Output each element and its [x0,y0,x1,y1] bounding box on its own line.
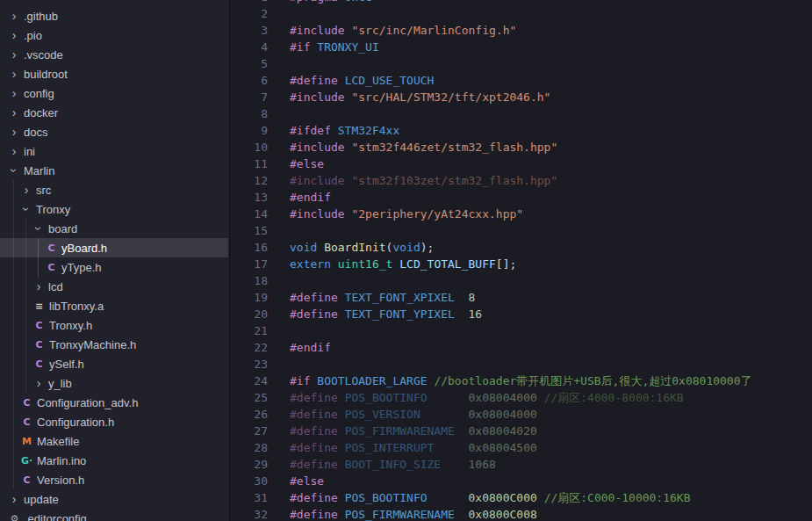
line-number: 12 [231,172,268,189]
code-line-16[interactable]: 16void BoardInit(void); [231,239,812,256]
tree-file-TronxyMachine.h[interactable]: CTronxyMachine.h [0,335,228,354]
tree-folder-board[interactable]: ›board [0,219,228,238]
line-number: 30 [231,473,268,489]
line-number: 22 [231,339,268,356]
code-text: extern uint16_t LCD_TOTAL_BUFF[]; [290,256,516,272]
tree-folder-.vscode[interactable]: ›.vscode [0,45,228,64]
indent-guide [38,238,39,277]
tree-folder-lcd[interactable]: ›lcd [0,277,228,296]
tree-folder-buildroot[interactable]: ›buildroot [0,64,228,83]
tree-item-label: config [24,87,54,100]
chevron-right-icon: › [7,68,21,80]
tree-file-libTronxy.a[interactable]: ≡libTronxy.a [0,296,228,315]
c-header-file-icon: C [44,242,59,254]
code-line-10[interactable]: 10#include "stm32f446zet/stm32_flash.hpp… [231,139,812,156]
code-text: #if BOOTLOADER_LARGE //bootloader带开机图片+U… [290,373,752,389]
line-number: 11 [231,156,268,172]
code-line-29[interactable]: 29#define BOOT_INFO_SIZE 1068 [231,456,812,473]
code-line-12[interactable]: 12#include "stm32f103zet/stm32_flash.hpp… [231,172,812,189]
chevron-right-icon: › [7,87,21,99]
chevron-down-icon: › [20,202,32,216]
tree-file-ySelf.h[interactable]: CySelf.h [0,354,228,373]
code-line-6[interactable]: 6#define LCD_USE_TOUCH [231,72,812,89]
code-line-32[interactable]: 32#define POS_FIRMWARENAME 0x0800C008 [231,506,812,521]
code-line-5[interactable]: 5 [231,55,812,72]
tree-item-label: Makefile [37,435,79,448]
code-text: #define POS_INTERRUPT 0x08004500 [290,439,537,456]
code-line-30[interactable]: 30#else [231,473,812,489]
code-area: 1#pragma once23#include "src/inc/MarlinC… [231,0,812,521]
line-number: 20 [231,306,268,322]
code-text: #include "src/inc/MarlinConfig.h" [290,22,516,39]
tree-item-label: .pio [24,29,42,42]
tree-file-Configuration_adv.h[interactable]: CConfiguration_adv.h [0,393,228,412]
code-line-15[interactable]: 15 [231,222,812,239]
tree-file-.editorconfig[interactable]: ⚙.editorconfig [0,509,228,521]
line-number: 13 [231,189,268,206]
explorer-sidebar: ›.github›.pio›.vscode›buildroot›config›d… [0,0,230,521]
tree-file-yBoard.h[interactable]: CyBoard.h [0,238,228,257]
tree-folder-Marlin[interactable]: ›Marlin [0,161,228,180]
tree-folder-Tronxy[interactable]: ›Tronxy [0,199,228,219]
code-line-27[interactable]: 27#define POS_FIRMWARENAME 0x08004020 [231,423,812,439]
code-line-7[interactable]: 7#include "src/HAL/STM32/tft/xpt2046.h" [231,89,812,105]
tree-file-Marlin.ino[interactable]: G·Marlin.ino [0,451,228,470]
tree-folder-ini[interactable]: ›ini [0,141,228,161]
code-line-4[interactable]: 4#if TRONXY_UI [231,39,812,55]
code-line-21[interactable]: 21 [231,322,812,339]
chevron-right-icon: › [7,145,21,157]
code-line-28[interactable]: 28#define POS_INTERRUPT 0x08004500 [231,439,812,456]
code-line-25[interactable]: 25#define POS_BOOTINFO 0x08004000 //扇区:4… [231,389,812,406]
tree-file-Configuration.h[interactable]: CConfiguration.h [0,412,228,431]
code-line-3[interactable]: 3#include "src/inc/MarlinConfig.h" [231,22,812,39]
code-text: #pragma once [290,0,372,5]
code-line-13[interactable]: 13#endif [231,189,812,206]
tree-folder-.github[interactable]: ›.github [0,6,228,25]
editorconfig-icon: ⚙ [7,513,22,521]
code-line-31[interactable]: 31#define POS_BOOTINFO 0x0800C000 //扇区:C… [231,489,812,506]
tree-folder-y_lib[interactable]: ›y_lib [0,373,228,393]
tree-folder-src[interactable]: ›src [0,180,228,199]
tree-item-label: yBoard.h [61,242,107,255]
chevron-right-icon: › [32,377,46,389]
code-line-9[interactable]: 9#ifdef STM32F4xx [231,122,812,139]
code-line-22[interactable]: 22#endif [231,339,812,356]
tree-item-label: yType.h [61,261,102,274]
code-line-19[interactable]: 19#define TEXT_FONT_XPIXEL 8 [231,289,812,306]
tree-item-label: board [48,222,77,235]
makefile-icon: M [19,436,34,447]
code-text: #define POS_BOOTINFO 0x0800C000 //扇区:C00… [290,489,691,506]
tree-folder-update[interactable]: ›update [0,489,228,509]
code-line-24[interactable]: 24#if BOOTLOADER_LARGE //bootloader带开机图片… [231,373,812,389]
tree-file-Makefile[interactable]: MMakefile [0,431,228,451]
tree-file-yType.h[interactable]: CyType.h [0,257,228,277]
c-header-file-icon: C [44,262,59,273]
tree-item-label: Marlin.ino [37,454,86,467]
indent-guide [25,219,26,393]
tree-folder-docs[interactable]: ›docs [0,122,228,141]
code-text: #define POS_BOOTINFO 0x08004000 //扇区:400… [290,389,684,406]
code-line-14[interactable]: 14#include "2periphery/yAt24cxx.hpp" [231,206,812,222]
code-text: #define POS_FIRMWARENAME 0x0800C008 [290,506,537,521]
code-line-18[interactable]: 18 [231,272,812,289]
code-text: #include "stm32f103zet/stm32_flash.hpp" [290,172,557,189]
tree-folder-config[interactable]: ›config [0,83,228,103]
code-line-2[interactable]: 2 [231,5,812,22]
code-line-20[interactable]: 20#define TEXT_FONT_YPIXEL 16 [231,306,812,322]
tree-item-label: buildroot [24,68,68,81]
line-number: 27 [231,423,268,439]
line-number: 10 [231,139,268,156]
tree-folder-.pio[interactable]: ›.pio [0,25,228,45]
tree-folder-docker[interactable]: ›docker [0,103,228,122]
tree-file-Version.h[interactable]: CVersion.h [0,470,228,489]
indent-guide [13,180,14,489]
code-line-17[interactable]: 17extern uint16_t LCD_TOTAL_BUFF[]; [231,256,812,272]
code-line-23[interactable]: 23 [231,356,812,373]
code-text: #endif [290,189,331,206]
code-text: void BoardInit(void); [290,239,434,256]
code-text: #else [290,156,324,172]
code-line-11[interactable]: 11#else [231,156,812,172]
tree-file-Tronxy.h[interactable]: CTronxy.h [0,315,228,335]
code-line-8[interactable]: 8 [231,105,812,122]
code-line-26[interactable]: 26#define POS_VERSION 0x08004000 [231,406,812,423]
